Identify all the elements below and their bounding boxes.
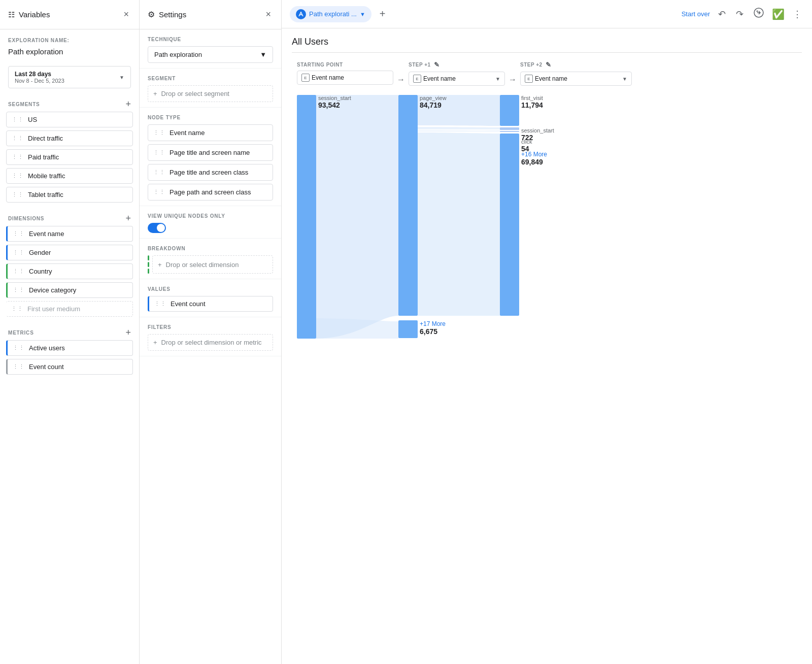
settings-panel: ⚙ Settings × TECHNIQUE Path exploration … <box>140 0 282 664</box>
segments-section-header: SEGMENTS + <box>0 92 139 112</box>
dimension-first-user-medium-placeholder[interactable]: ⋮⋮ First user medium <box>6 301 133 317</box>
node-type-page-path-screen-class[interactable]: ⋮⋮ Page path and screen class <box>148 184 273 201</box>
flow-pageview-to-sessionstart <box>418 127 500 129</box>
step2-sessionstart-name: session_start <box>521 127 613 134</box>
step0-value: 93,542 <box>318 101 389 109</box>
technique-select[interactable]: Path exploration ▼ <box>148 46 273 63</box>
drag-handle-icon: ⋮⋮ <box>153 189 165 195</box>
view-unique-toggle[interactable]: ✓ <box>148 223 166 233</box>
node-type-page-title-screen-name[interactable]: ⋮⋮ Page title and screen name <box>148 144 273 161</box>
drag-handle-icon: ⋮⋮ <box>13 249 25 256</box>
step2-sessionstart-bar <box>500 127 519 130</box>
add-metric-button[interactable]: + <box>125 328 131 337</box>
breakdown-drop-zone[interactable]: + Drop or select dimension <box>152 255 273 274</box>
all-users-title: All Users <box>292 37 802 53</box>
segment-direct-traffic[interactable]: ⋮⋮ Direct traffic <box>6 130 133 146</box>
segment-paid-traffic[interactable]: ⋮⋮ Paid traffic <box>6 149 133 165</box>
variables-close-button[interactable]: × <box>121 7 131 22</box>
view-unique-section: VIEW UNIQUE NODES ONLY ✓ <box>140 206 281 239</box>
event-name-icon: E <box>413 75 421 83</box>
step2-more16-labels: +16 More 69,849 <box>521 151 613 166</box>
segment-us[interactable]: ⋮⋮ US <box>6 112 133 127</box>
value-event-count[interactable]: ⋮⋮ Event count <box>148 296 273 312</box>
main-panel: Path explorati ... ▼ + Start over ↶ ↷ ✅ … <box>282 0 812 664</box>
add-segment-button[interactable]: + <box>125 99 131 109</box>
dimension-event-name[interactable]: ⋮⋮ Event name <box>6 226 133 242</box>
technique-chevron-icon: ▼ <box>260 51 266 58</box>
start-over-button[interactable]: Start over <box>682 10 710 18</box>
breakdown-bar-indicators <box>148 255 149 274</box>
node-type-event-name[interactable]: ⋮⋮ Event name <box>148 124 273 141</box>
sankey-visualization: session_start 93,542 page_view 84,719 +1… <box>292 95 802 389</box>
metric-event-count[interactable]: ⋮⋮ Event count <box>6 359 133 375</box>
dimension-device-category[interactable]: ⋮⋮ Device category <box>6 282 133 298</box>
starting-point-selector[interactable]: E Event name <box>297 71 393 85</box>
step2-selector[interactable]: E Event name ▼ <box>520 72 632 86</box>
segment-section: SEGMENT + Drop or select segment <box>140 69 281 108</box>
step0-session-start-bar <box>297 95 316 339</box>
variables-icon: ☷ <box>8 10 15 19</box>
date-range-selector[interactable]: Last 28 days Nov 8 - Dec 5, 2023 ▼ <box>8 66 131 88</box>
filters-drop-zone[interactable]: + Drop or select dimension or metric <box>148 334 273 351</box>
drag-handle-icon: ⋮⋮ <box>13 363 25 370</box>
values-section: VALUES ⋮⋮ Event count <box>140 279 281 317</box>
add-dimension-button[interactable]: + <box>125 214 131 223</box>
step2-click-name: click <box>521 139 613 145</box>
node-type-page-title-screen-class[interactable]: ⋮⋮ Page title and screen class <box>148 164 273 181</box>
drag-handle-icon: ⋮⋮ <box>12 191 24 198</box>
tab-icon <box>296 9 306 19</box>
path-exploration-chart: STARTING POINT E Event name → STEP +1 ✎ <box>292 61 802 389</box>
step1-selector[interactable]: E Event name ▼ <box>409 72 505 86</box>
undo-button[interactable]: ↶ <box>716 7 728 22</box>
step1-edit-icon[interactable]: ✎ <box>434 61 440 69</box>
active-tab[interactable]: Path explorati ... ▼ <box>290 6 371 22</box>
add-tab-button[interactable]: + <box>376 6 390 22</box>
step2-click-bar <box>500 131 519 132</box>
step1-more17-link[interactable]: +17 More <box>420 320 491 327</box>
breakdown-section: BREAKDOWN + Drop or select dimension <box>140 239 281 279</box>
step2-edit-icon[interactable]: ✎ <box>546 61 552 69</box>
settings-title: ⚙ Settings <box>148 10 186 19</box>
arrow-right-icon: → <box>509 75 517 84</box>
drag-handle-icon: ⋮⋮ <box>12 173 24 179</box>
date-range-sub: Nov 8 - Dec 5, 2023 <box>15 78 64 84</box>
step0-labels: session_start 93,542 <box>318 95 389 109</box>
drag-handle-icon: ⋮⋮ <box>12 154 24 160</box>
step1-label: STEP +1 ✎ <box>409 61 505 69</box>
settings-close-button[interactable]: × <box>263 7 273 22</box>
settings-gear-icon: ⚙ <box>148 10 155 19</box>
drag-handle-icon: ⋮⋮ <box>13 230 25 237</box>
share-button[interactable] <box>752 6 766 22</box>
date-range-chevron-icon: ▼ <box>119 75 124 80</box>
step2-more16-link[interactable]: +16 More <box>521 151 613 158</box>
flow-step0-to-pageview <box>316 95 398 339</box>
segments-list: ⋮⋮ US ⋮⋮ Direct traffic ⋮⋮ Paid traffic … <box>0 112 139 207</box>
drag-handle-icon: ⋮⋮ <box>153 149 165 156</box>
arrow-right-icon: → <box>397 75 405 84</box>
content-area: All Users STARTING POINT E Event name → <box>282 28 812 664</box>
step1-header-col: STEP +1 ✎ E Event name ▼ <box>409 61 505 91</box>
step1-pageview-value: 84,719 <box>420 101 491 109</box>
dimension-gender[interactable]: ⋮⋮ Gender <box>6 245 133 260</box>
drag-handle-icon: ⋮⋮ <box>11 306 23 312</box>
step2-firstvisit-value: 11,794 <box>521 101 613 109</box>
exploration-name-value: Path exploration <box>0 46 139 62</box>
step2-header-col: STEP +2 ✎ E Event name ▼ <box>520 61 632 91</box>
segment-mobile-traffic[interactable]: ⋮⋮ Mobile traffic <box>6 168 133 184</box>
more-options-button[interactable]: ⋮ <box>791 7 804 22</box>
drag-handle-icon: ⋮⋮ <box>153 129 165 136</box>
segment-drop-zone[interactable]: + Drop or select segment <box>148 85 273 102</box>
step2-firstvisit-bar <box>500 95 519 126</box>
variables-panel-header: ☷ Variables × <box>0 0 139 29</box>
plus-icon: + <box>153 90 157 97</box>
arrow-2: → <box>505 75 520 84</box>
segment-tablet-traffic[interactable]: ⋮⋮ Tablet traffic <box>6 187 133 203</box>
redo-button[interactable]: ↷ <box>734 7 746 22</box>
step2-more16-bar <box>500 134 519 316</box>
step0-name: session_start <box>318 95 389 101</box>
step1-pageview-name: page_view <box>420 95 491 101</box>
dimension-country[interactable]: ⋮⋮ Country <box>6 263 133 279</box>
metric-active-users[interactable]: ⋮⋮ Active users <box>6 340 133 356</box>
drag-handle-icon: ⋮⋮ <box>12 135 24 142</box>
arrow-1: → <box>393 75 409 84</box>
